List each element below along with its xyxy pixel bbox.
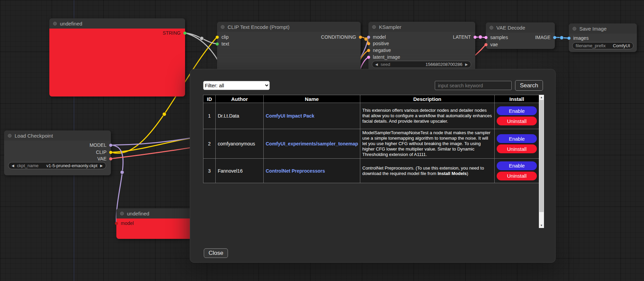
uninstall-button[interactable]: Uninstall: [497, 117, 537, 125]
input-slot-model[interactable]: model: [367, 34, 386, 40]
slot-dot[interactable]: [183, 32, 186, 35]
output-slot-vae[interactable]: VAE: [97, 156, 112, 162]
node-ksampler[interactable]: KSampler model positive negative latent_…: [368, 22, 475, 73]
node-title: CLIP Text Encode (Prompt): [228, 24, 290, 30]
input-slot-images[interactable]: images: [567, 35, 589, 41]
slot-dot[interactable]: [216, 42, 219, 46]
slot-label: VAE: [97, 156, 106, 161]
link-dot[interactable]: [560, 36, 564, 40]
node-header[interactable]: undefined: [116, 208, 195, 218]
widget-value: ComfyUI: [613, 43, 630, 48]
slot-label: STRING: [163, 30, 181, 36]
output-slot-model[interactable]: MODEL: [89, 142, 112, 148]
filter-select[interactable]: Filter: all: [203, 81, 270, 90]
input-slot-model[interactable]: model: [115, 220, 134, 226]
input-slot-text[interactable]: text: [216, 41, 229, 47]
slot-dot[interactable]: [567, 37, 571, 40]
slot-dot[interactable]: [109, 157, 112, 160]
filename-prefix-widget[interactable]: filename_prefix ComfyUI: [572, 42, 633, 49]
widget-label: ckpt_name: [17, 163, 39, 168]
scroll-up-icon[interactable]: ▲: [539, 95, 544, 100]
slot-dot[interactable]: [367, 56, 370, 59]
node-load-checkpoint[interactable]: Load Checkpoint MODEL CLIP VAE ◀ ckpt_na…: [4, 130, 111, 175]
node-canvas[interactable]: undefined STRING CLIP Text Encode (Promp…: [0, 0, 644, 281]
slot-label: CONDITIONING: [321, 34, 356, 40]
node-save-image[interactable]: Save Image images filename_prefix ComfyU…: [569, 23, 637, 52]
ckpt-name-widget[interactable]: ◀ ckpt_name v1-5-pruned-emaonly.ckpt ▶: [8, 162, 106, 169]
uninstall-button[interactable]: Uninstall: [497, 144, 537, 153]
input-slot-vae[interactable]: vae: [484, 41, 498, 48]
node-header[interactable]: KSampler: [368, 22, 475, 32]
enable-button[interactable]: Enable: [497, 134, 537, 143]
decrement-arrow-icon[interactable]: ◀: [375, 63, 378, 66]
node-header[interactable]: VAE Decode: [486, 22, 555, 33]
input-slot-clip[interactable]: clip: [216, 34, 229, 40]
slot-dot[interactable]: [216, 36, 219, 39]
slot-dot[interactable]: [553, 36, 556, 39]
node-vae-decode[interactable]: VAE Decode samples vae IMAGE: [486, 22, 555, 49]
extension-link[interactable]: ComfyUI_experiments/sampler_tonemap: [266, 141, 358, 146]
uninstall-button[interactable]: Uninstall: [497, 172, 537, 180]
slot-dot[interactable]: [474, 36, 477, 39]
collapse-dot[interactable]: [8, 134, 12, 138]
slot-dot[interactable]: [109, 144, 112, 147]
node-header[interactable]: CLIP Text Encode (Prompt): [217, 22, 361, 32]
output-slot-latent[interactable]: LATENT: [453, 34, 477, 40]
output-slot-string[interactable]: STRING: [163, 30, 186, 36]
link-dot[interactable]: [200, 37, 204, 40]
description-text: ): [467, 171, 468, 176]
collapse-dot[interactable]: [120, 212, 124, 215]
decrement-arrow-icon[interactable]: ◀: [12, 164, 14, 168]
slot-dot[interactable]: [484, 36, 488, 39]
close-button[interactable]: Close: [204, 248, 228, 258]
slot-dot[interactable]: [109, 151, 112, 154]
slot-label: positive: [373, 41, 389, 46]
table-row: 1 Dr.Lt.Data ComfyUI Impact Pack This ex…: [203, 103, 539, 129]
node-header[interactable]: undefined: [49, 18, 185, 29]
slot-dot[interactable]: [484, 43, 488, 46]
input-slot-samples[interactable]: samples: [484, 34, 508, 40]
input-slot-latent-image[interactable]: latent_image: [367, 54, 400, 60]
enable-button[interactable]: Enable: [497, 161, 537, 170]
collapse-dot[interactable]: [221, 25, 225, 29]
node-undefined-bottom[interactable]: undefined model: [116, 208, 195, 239]
cell-description: ModelSamplerTonemapNoiseTest a node that…: [360, 129, 495, 159]
collapse-dot[interactable]: [372, 25, 376, 29]
increment-arrow-icon[interactable]: ▶: [100, 164, 103, 168]
increment-arrow-icon[interactable]: ▶: [465, 63, 468, 66]
scroll-down-icon[interactable]: ▼: [539, 223, 544, 228]
search-input[interactable]: [435, 81, 512, 90]
node-header[interactable]: Save Image: [569, 23, 637, 34]
node-clip-text-encode[interactable]: CLIP Text Encode (Prompt) clip text COND…: [217, 22, 361, 73]
extension-link[interactable]: ComfyUI Impact Pack: [266, 113, 314, 119]
slot-dot[interactable]: [367, 36, 370, 39]
node-header[interactable]: Load Checkpoint: [4, 130, 111, 141]
scroll-thumb[interactable]: [539, 100, 544, 212]
link-dot[interactable]: [479, 35, 482, 39]
output-slot-conditioning[interactable]: CONDITIONING: [321, 34, 362, 40]
node-undefined-top[interactable]: undefined STRING: [49, 18, 185, 96]
search-button[interactable]: Search: [515, 80, 543, 91]
output-slot-image[interactable]: IMAGE: [535, 34, 556, 40]
slot-label: negative: [373, 48, 391, 53]
link-dot[interactable]: [120, 171, 124, 174]
input-slot-positive[interactable]: positive: [367, 40, 389, 47]
table-scrollbar[interactable]: ▲ ▼: [539, 95, 544, 228]
seed-widget[interactable]: ◀ seed 156680208700286 ▶: [372, 61, 471, 68]
node-title: undefined: [60, 21, 82, 27]
collapse-dot[interactable]: [490, 26, 493, 30]
extension-link[interactable]: ControlNet Preprocessors: [266, 168, 325, 174]
extension-table-area: ID Author Name Description Install 1 Dr.…: [203, 95, 544, 228]
slot-dot[interactable]: [115, 222, 118, 225]
link-dot[interactable]: [163, 112, 166, 116]
collapse-dot[interactable]: [53, 22, 57, 25]
input-slot-negative[interactable]: negative: [367, 47, 391, 53]
enable-button[interactable]: Enable: [497, 106, 537, 115]
collapse-dot[interactable]: [573, 27, 576, 31]
slot-dot[interactable]: [367, 42, 370, 45]
output-slot-clip[interactable]: CLIP: [96, 149, 112, 155]
slot-label: latent_image: [373, 54, 400, 60]
slot-label: clip: [221, 34, 229, 40]
slot-dot[interactable]: [367, 49, 370, 52]
slot-dot[interactable]: [359, 36, 362, 39]
